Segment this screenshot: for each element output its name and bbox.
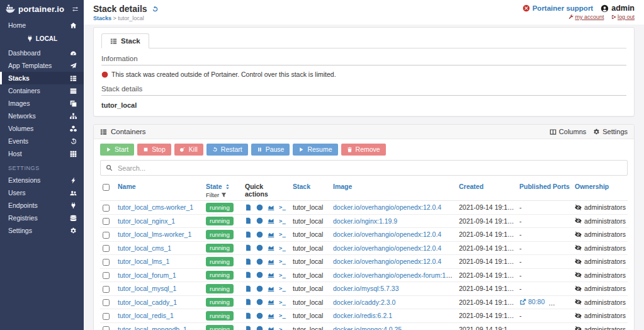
console-icon[interactable]: >_	[279, 245, 286, 251]
start-button[interactable]: Start	[100, 144, 134, 156]
image-link[interactable]: docker.io/nginx:1.19.9	[333, 217, 397, 225]
container-name-link[interactable]: tutor_local_caddy_1	[118, 299, 177, 306]
sidebar-item-settings[interactable]: Settings	[0, 224, 84, 237]
row-checkbox[interactable]	[103, 299, 110, 306]
sidebar-item-home[interactable]: Home	[0, 19, 84, 31]
row-checkbox[interactable]	[103, 232, 110, 239]
sidebar-item-host[interactable]: Host	[0, 147, 84, 160]
refresh-icon[interactable]	[152, 6, 159, 13]
logs-icon[interactable]	[245, 326, 252, 330]
log-out-link[interactable]: log out	[611, 14, 635, 20]
sort-state-link[interactable]: State	[206, 183, 222, 190]
kill-button[interactable]: Kill	[174, 144, 203, 156]
container-name-link[interactable]: tutor_local_nginx_1	[118, 217, 175, 225]
stats-icon[interactable]	[268, 231, 274, 238]
logs-icon[interactable]	[245, 271, 252, 278]
pause-button[interactable]: Pause	[251, 144, 290, 156]
image-link[interactable]: docker.io/overhangio/openedx-forum:12.0.…	[333, 271, 456, 279]
stats-icon[interactable]	[268, 258, 274, 265]
container-name-link[interactable]: tutor_local_redis_1	[118, 312, 174, 319]
row-checkbox[interactable]	[103, 245, 110, 252]
inspect-icon[interactable]	[256, 244, 263, 251]
stats-icon[interactable]	[268, 326, 274, 330]
sidebar-item-images[interactable]: Images	[0, 97, 84, 110]
console-icon[interactable]: >_	[279, 218, 286, 224]
container-name-link[interactable]: tutor_local_lms_1	[118, 258, 169, 265]
logs-icon[interactable]	[245, 258, 252, 265]
row-checkbox[interactable]	[103, 272, 110, 279]
sidebar-item-registries[interactable]: Registries	[0, 212, 84, 224]
stats-icon[interactable]	[268, 217, 274, 224]
remove-button[interactable]: Remove	[341, 144, 386, 156]
container-name-link[interactable]: tutor_local_cms-worker_1	[118, 203, 193, 211]
inspect-icon[interactable]	[256, 326, 263, 330]
my-account-link[interactable]: my account	[568, 14, 604, 20]
resume-button[interactable]: Resume	[293, 144, 337, 156]
row-checkbox[interactable]	[103, 218, 110, 225]
restart-button[interactable]: Restart	[206, 144, 248, 156]
state-filter-button[interactable]: Filter	[206, 191, 240, 198]
logs-icon[interactable]	[245, 231, 252, 238]
sidebar-item-events[interactable]: Events	[0, 135, 84, 147]
stats-icon[interactable]	[268, 312, 274, 319]
console-icon[interactable]: >_	[279, 204, 286, 210]
console-icon[interactable]: >_	[279, 326, 286, 330]
inspect-icon[interactable]	[256, 204, 263, 211]
inspect-icon[interactable]	[256, 285, 263, 292]
stats-icon[interactable]	[268, 244, 274, 251]
row-checkbox[interactable]	[103, 326, 110, 330]
inspect-icon[interactable]	[256, 312, 263, 319]
container-name-link[interactable]: tutor_local_mysql_1	[118, 285, 176, 292]
table-settings-button[interactable]: Settings	[593, 128, 628, 135]
sidebar-item-stacks[interactable]: Stacks	[0, 72, 84, 84]
container-name-link[interactable]: tutor_local_lms-worker_1	[118, 230, 191, 238]
sidebar-item-dashboard[interactable]: Dashboard	[0, 47, 84, 59]
sidebar-item-extensions[interactable]: Extensions	[0, 174, 84, 186]
inspect-icon[interactable]	[256, 231, 263, 238]
sidebar-item-endpoints[interactable]: Endpoints	[0, 199, 84, 212]
stats-icon[interactable]	[268, 285, 274, 292]
sort-ports-link[interactable]: Published Ports	[519, 183, 570, 190]
container-name-link[interactable]: tutor_local_forum_1	[118, 271, 176, 279]
image-link[interactable]: docker.io/mysql:5.7.33	[333, 285, 398, 292]
image-link[interactable]: docker.io/redis:6.2.1	[333, 312, 392, 319]
sort-stack-link[interactable]: Stack	[293, 183, 310, 190]
row-checkbox[interactable]	[103, 259, 110, 266]
console-icon[interactable]: >_	[279, 272, 286, 278]
row-checkbox[interactable]	[103, 205, 110, 212]
sidebar-toggle-icon[interactable]	[72, 6, 79, 13]
stop-button[interactable]: Stop	[137, 144, 171, 156]
sort-icon[interactable]	[224, 183, 231, 190]
console-icon[interactable]: >_	[279, 258, 286, 265]
image-link[interactable]: docker.io/overhangio/openedx:12.0.4	[333, 258, 441, 265]
inspect-icon[interactable]	[256, 258, 263, 265]
select-all-checkbox[interactable]	[103, 184, 110, 191]
sidebar-item-users[interactable]: Users	[0, 186, 84, 199]
stats-icon[interactable]	[268, 271, 274, 278]
inspect-icon[interactable]	[256, 299, 263, 305]
columns-button[interactable]: Columns	[550, 128, 586, 135]
console-icon[interactable]: >_	[279, 231, 286, 237]
console-icon[interactable]: >_	[279, 285, 286, 292]
sidebar-item-volumes[interactable]: Volumes	[0, 122, 84, 135]
logs-icon[interactable]	[245, 285, 252, 292]
published-port-link[interactable]: 80:80	[519, 298, 545, 305]
image-link[interactable]: docker.io/overhangio/openedx:12.0.4	[333, 203, 441, 211]
stats-icon[interactable]	[268, 204, 274, 211]
tab-stack[interactable]: Stack	[101, 33, 149, 48]
inspect-icon[interactable]	[256, 217, 263, 224]
row-checkbox[interactable]	[103, 286, 110, 293]
image-link[interactable]: docker.io/overhangio/openedx:12.0.4	[333, 230, 441, 238]
console-icon[interactable]: >_	[279, 312, 286, 319]
logs-icon[interactable]	[245, 217, 252, 224]
user-menu[interactable]: admin	[601, 4, 635, 13]
container-name-link[interactable]: tutor_local_mongodb_1	[118, 326, 187, 330]
sort-image-link[interactable]: Image	[333, 183, 352, 190]
image-link[interactable]: docker.io/overhangio/openedx:12.0.4	[333, 244, 441, 252]
stats-icon[interactable]	[268, 299, 274, 305]
sort-created-link[interactable]: Created	[459, 183, 483, 190]
search-input[interactable]	[116, 164, 622, 173]
portainer-support-link[interactable]: Portainer support	[523, 4, 593, 12]
logs-icon[interactable]	[245, 244, 252, 251]
sidebar-item-networks[interactable]: Networks	[0, 110, 84, 122]
